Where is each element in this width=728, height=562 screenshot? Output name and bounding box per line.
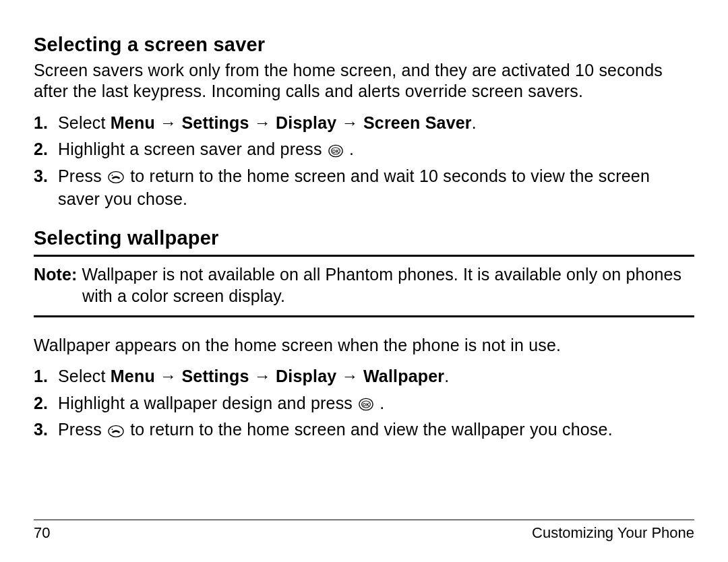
svg-point-4 [112,175,113,177]
heading-wallpaper: Selecting wallpaper [34,227,694,249]
ok-key-icon: OK [359,397,373,412]
step-prefix: Press [58,166,107,185]
ok-key-icon: OK [328,144,343,158]
steps-wallpaper: 1. Select Menu → Settings → Display → Wa… [34,365,694,441]
note-block: Note: Wallpaper is not available on all … [34,255,694,317]
menu-path: Menu → Settings → Display → Screen Saver [111,113,472,132]
svg-text:OK: OK [332,148,339,153]
chapter-title: Customizing Your Phone [532,524,694,542]
step-item: 1. Select Menu → Settings → Display → Sc… [34,112,694,135]
page-number: 70 [34,524,50,542]
step-item: 1. Select Menu → Settings → Display → Wa… [34,365,694,388]
step-content: Press to return to the home screen and w… [58,166,650,208]
step-suffix: . [444,367,449,385]
step-number: 1. [34,112,48,135]
step-item: 3. Press to return to the home screen an… [34,418,694,441]
intro-screen-saver: Screen savers work only from the home sc… [34,60,694,102]
end-call-key-icon [108,424,124,439]
note-label: Note: [34,265,82,284]
step-item: 3. Press to return to the home screen an… [34,165,694,211]
manual-page: Selecting a screen saver Screen savers w… [0,0,728,562]
step-content: Press to return to the home screen and v… [58,420,613,439]
menu-path: Menu → Settings → Display → Wallpaper [111,367,444,385]
note-text: Note: Wallpaper is not available on all … [34,263,694,307]
step-content: Highlight a wallpaper design and press O… [58,394,384,412]
step-number: 3. [34,418,48,441]
step-suffix: to return to the home screen and view th… [125,420,613,439]
svg-point-9 [112,429,113,430]
heading-screen-saver: Selecting a screen saver [34,34,694,56]
step-number: 1. [34,365,48,388]
step-suffix: . [375,394,384,412]
step-prefix: Select [58,113,111,132]
step-prefix: Highlight a screen saver and press [58,139,327,158]
steps-screen-saver: 1. Select Menu → Settings → Display → Sc… [34,112,694,211]
step-suffix: to return to the home screen and wait 10… [58,166,650,208]
intro-wallpaper: Wallpaper appears on the home screen whe… [34,335,694,356]
step-suffix: . [472,113,477,132]
step-content: Select Menu → Settings → Display → Scree… [58,113,477,132]
step-prefix: Highlight a wallpaper design and press [58,394,357,412]
step-number: 2. [34,138,48,161]
page-footer: 70 Customizing Your Phone [34,520,694,542]
step-number: 2. [34,392,48,415]
svg-text:OK: OK [363,402,369,407]
step-suffix: . [344,139,354,158]
end-call-key-icon [108,170,124,185]
note-body: Wallpaper is not available on all Phanto… [82,265,681,306]
step-content: Highlight a screen saver and press OK . [58,139,354,158]
step-number: 3. [34,165,48,188]
step-item: 2. Highlight a screen saver and press OK… [34,138,694,161]
step-prefix: Select [58,367,111,385]
step-item: 2. Highlight a wallpaper design and pres… [34,392,694,415]
step-content: Select Menu → Settings → Display → Wallp… [58,367,449,385]
step-prefix: Press [58,420,107,439]
